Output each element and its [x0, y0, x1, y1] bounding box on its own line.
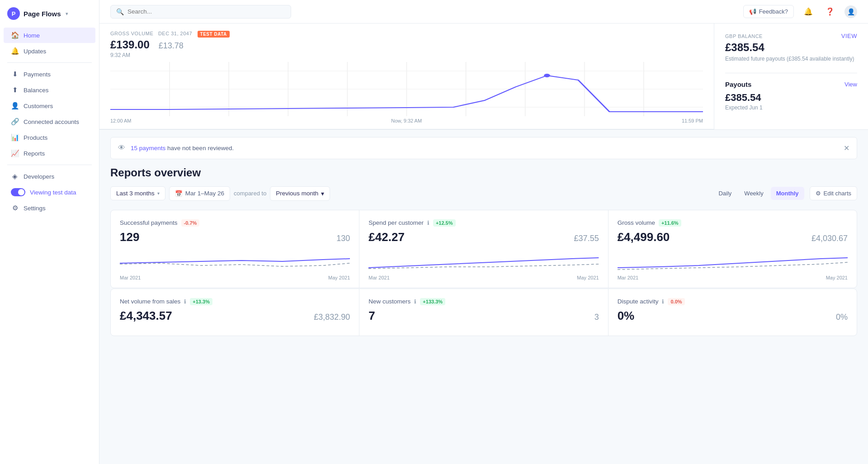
notification-link[interactable]: 15 payments: [131, 145, 165, 152]
metric-badge-3: +13.3%: [190, 298, 212, 305]
metric-header-1: Spend per customer ℹ +12.5%: [368, 219, 599, 227]
sidebar-item-reports[interactable]: 📈 Reports: [4, 146, 95, 161]
edit-charts-button[interactable]: ⚙ Edit charts: [810, 186, 857, 200]
payouts-label: Payouts: [725, 80, 751, 88]
metric-card-new-customers: New customers ℹ +133.3% 7 3: [359, 289, 608, 336]
metric-badge-4: +133.3%: [420, 298, 445, 305]
balance-value: £385.54: [725, 41, 857, 54]
logo-chevron-icon: ▾: [66, 11, 68, 17]
toggle-switch-icon[interactable]: [11, 188, 25, 196]
reports-title: Reports overview: [110, 166, 857, 179]
reports-icon: 📈: [11, 149, 19, 157]
search-box[interactable]: 🔍: [110, 5, 291, 19]
period-chevron-icon: ▾: [157, 191, 160, 196]
metric-chart-2: [618, 250, 848, 272]
metric-date-end-0: May 2021: [328, 275, 350, 280]
payouts-date: Expected Jun 1: [725, 104, 857, 111]
search-icon: 🔍: [116, 8, 124, 15]
reports-section: Reports overview Last 3 months ▾ 📅 Mar 1…: [99, 166, 868, 347]
metric-card-successful-payments: Successful payments -0.7% 129 130: [111, 210, 359, 288]
chart-area: [110, 62, 703, 116]
previous-month-select[interactable]: Previous month ▾: [270, 186, 330, 201]
metric-label-1: Spend per customer: [368, 219, 424, 226]
metric-header-0: Successful payments -0.7%: [120, 219, 350, 227]
sidebar-item-updates-label: Updates: [24, 48, 46, 55]
main-chart-area: Gross Volume Dec 31, 2047 TEST DATA £139…: [99, 24, 714, 129]
sidebar-item-connected-accounts[interactable]: 🔗 Connected accounts: [4, 114, 95, 129]
metric-header-2: Gross volume +11.6%: [618, 219, 848, 227]
chart-time: 9:32 AM: [110, 52, 150, 58]
test-data-toggle[interactable]: Viewing test data: [4, 185, 95, 200]
notification-close-icon[interactable]: ✕: [844, 144, 849, 152]
sidebar-item-settings[interactable]: ⚙ Settings: [4, 200, 95, 216]
gross-volume-stat: Gross Volume Dec 31, 2047 TEST DATA £139…: [110, 31, 230, 58]
weekly-view-button[interactable]: Weekly: [739, 187, 769, 200]
time-end: 11:59 PM: [682, 118, 703, 123]
developers-icon: ◈: [11, 172, 19, 180]
sidebar-item-updates[interactable]: 🔔 Updates: [4, 43, 95, 59]
metric-badge-1: +12.5%: [433, 219, 456, 227]
compared-to-label: compared to: [234, 190, 266, 197]
metric-dates-0: Mar 2021 May 2021: [120, 275, 350, 280]
products-icon: 📊: [11, 133, 19, 142]
info-icon-5[interactable]: ℹ: [662, 298, 664, 305]
sidebar-item-payments-label: Payments: [24, 71, 51, 78]
user-avatar[interactable]: 👤: [844, 5, 857, 18]
payments-icon: ⬇: [11, 70, 19, 78]
metric-date-start-1: Mar 2021: [368, 275, 389, 280]
feedback-button[interactable]: 📢 Feedback?: [743, 5, 794, 18]
logo[interactable]: P Page Flows ▾: [0, 0, 99, 25]
sidebar-item-customers[interactable]: 👤 Customers: [4, 98, 95, 114]
gbp-balance-header: GBP Balance View: [725, 33, 857, 39]
metric-badge-0: -0.7%: [181, 219, 200, 227]
monthly-view-button[interactable]: Monthly: [771, 187, 804, 200]
metric-card-spend-per-customer: Spend per customer ℹ +12.5% £42.27 £37.5…: [359, 210, 608, 288]
metric-card-net-volume: Net volume from sales ℹ +13.3% £4,343.57…: [111, 289, 359, 336]
top-section: Gross Volume Dec 31, 2047 TEST DATA £139…: [99, 24, 868, 130]
sidebar-item-developers[interactable]: ◈ Developers: [4, 169, 95, 184]
info-icon-1[interactable]: ℹ: [427, 220, 429, 226]
secondary-value: £13.78: [159, 41, 184, 51]
metric-values-3: £4,343.57 £3,832.90: [120, 309, 350, 323]
metric-values-5: 0% 0%: [618, 309, 848, 323]
metric-compare-5: 0%: [836, 312, 848, 322]
sidebar-item-developers-label: Developers: [24, 173, 54, 180]
notification-text-post: have not been reviewed.: [167, 145, 234, 152]
metric-main-2: £4,499.60: [618, 230, 670, 244]
content-area: Gross Volume Dec 31, 2047 TEST DATA £139…: [99, 24, 868, 464]
sidebar-item-payments[interactable]: ⬇ Payments: [4, 66, 95, 82]
time-mid: Now, 9:32 AM: [391, 118, 422, 123]
sidebar-item-balances[interactable]: ⬆ Balances: [4, 82, 95, 98]
sidebar-item-products[interactable]: 📊 Products: [4, 130, 95, 145]
gbp-view-link[interactable]: View: [841, 33, 857, 39]
notification-banner: 👁 15 payments have not been reviewed. ✕: [110, 137, 857, 159]
topbar: 🔍 📢 Feedback? 🔔 ❓ 👤: [99, 0, 868, 24]
sidebar-item-reports-label: Reports: [24, 150, 45, 157]
metric-date-start-2: Mar 2021: [618, 275, 638, 280]
metric-label-4: New customers: [368, 298, 410, 305]
main-chart-svg: [110, 62, 703, 116]
metric-values-1: £42.27 £37.55: [368, 230, 599, 244]
eye-icon: 👁: [118, 144, 125, 152]
period-select[interactable]: Last 3 months ▾: [110, 186, 165, 200]
right-panel: GBP Balance View £385.54 Estimated futur…: [714, 24, 868, 129]
help-button[interactable]: ❓: [823, 5, 837, 19]
info-icon-4[interactable]: ℹ: [414, 298, 416, 305]
daily-view-button[interactable]: Daily: [713, 187, 737, 200]
metric-main-1: £42.27: [368, 230, 405, 244]
metric-compare-0: 130: [336, 234, 350, 243]
metric-date-end-1: May 2021: [577, 275, 599, 280]
metric-main-4: 7: [368, 309, 375, 323]
metric-card-dispute-activity: Dispute activity ℹ 0.0% 0% 0%: [609, 289, 857, 336]
gear-icon: ⚙: [816, 190, 821, 197]
date-range[interactable]: 📅 Mar 1–May 26: [169, 186, 230, 201]
notifications-button[interactable]: 🔔: [801, 5, 816, 19]
search-input[interactable]: [127, 8, 285, 15]
sidebar-item-home[interactable]: 🏠 Home: [4, 28, 95, 43]
info-icon-3[interactable]: ℹ: [184, 298, 186, 305]
balances-icon: ⬆: [11, 86, 19, 94]
metric-dates-1: Mar 2021 May 2021: [368, 275, 599, 280]
balance-sub: Estimated future payouts (£385.54 availa…: [725, 56, 857, 62]
metric-header-5: Dispute activity ℹ 0.0%: [618, 298, 848, 305]
payouts-view-link[interactable]: View: [844, 81, 857, 88]
